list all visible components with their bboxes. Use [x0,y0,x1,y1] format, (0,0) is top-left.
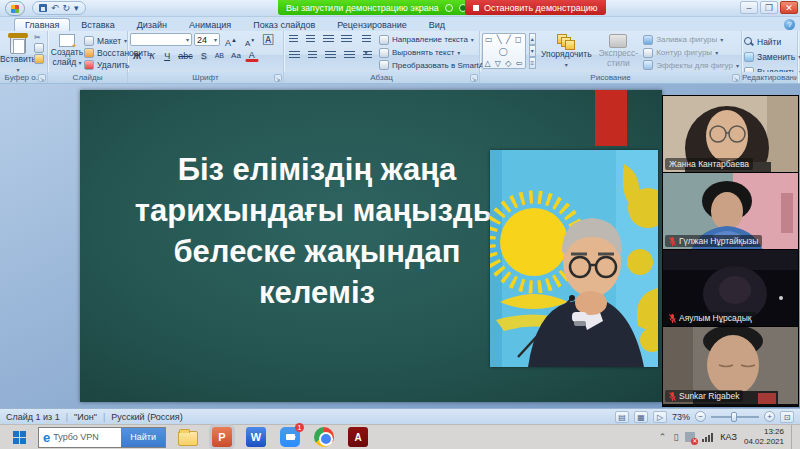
clipboard-dialog-launcher[interactable]: ↘ [38,74,46,82]
shape-fill-button[interactable]: Заливка фигуры▾ [643,34,739,46]
tab-insert[interactable]: Вставка [70,18,125,31]
arrange-button[interactable]: Упорядочить ▾ [539,33,594,71]
shapes-gallery-scroll[interactable]: ▴▾≡ [529,33,536,69]
tray-expand-icon[interactable]: ⌃ [659,432,667,442]
font-color-button[interactable]: А [245,48,259,62]
zoom-app-icon[interactable]: 1 [280,427,300,447]
help-icon[interactable]: ? [784,19,795,30]
ribbon: Вставить▾ ✂ Буфер о... ↘ Создать слайд ▾… [0,31,800,84]
muted-mic-icon [669,392,676,401]
search-input[interactable]: Турбо VPN [53,432,121,442]
shape-effects-icon [643,60,653,70]
align-center-button[interactable] [305,49,320,62]
signal-strength-icon[interactable] [702,433,713,442]
shape-outline-button[interactable]: Контур фигуры▾ [643,47,739,59]
fit-to-window-button[interactable]: ⊡ [780,411,794,423]
show-desktop-button[interactable] [791,425,796,449]
clock[interactable]: 13:26 04.02.2021 [744,427,784,447]
copy-icon[interactable] [34,43,44,53]
keyboard-language[interactable]: КАЗ [720,432,737,442]
network-error-icon[interactable] [685,432,695,442]
start-button[interactable] [0,425,38,449]
stop-share-button[interactable]: Остановить демонстрацию [465,0,606,15]
shrink-font-button[interactable]: А▼ [242,33,258,46]
decrease-indent-button[interactable] [320,33,337,46]
slideshow-view-button[interactable]: ▷ [653,411,667,423]
text-shadow-button[interactable]: S [197,49,211,62]
participant-name-tag: Аяулым Нұрсадық [665,312,756,324]
office-button[interactable] [5,1,25,16]
justify-button[interactable] [341,49,358,62]
tab-home[interactable]: Главная [14,18,70,31]
tab-animation[interactable]: Анимация [178,18,242,31]
qat-customize-icon[interactable]: ▾ [74,2,79,14]
convert-smartart-button[interactable]: Преобразовать в SmartArt▾ [379,59,495,71]
participant-video[interactable]: Гүлжан Нұртайқызы [663,173,798,250]
zoom-slider[interactable] [711,411,759,423]
clear-formatting-button[interactable]: 🄰 [260,33,276,46]
word-icon[interactable]: W [246,427,266,447]
slide-sorter-view-button[interactable]: ▦ [634,411,648,423]
president-photo[interactable] [490,150,658,367]
columns-button[interactable] [360,49,375,62]
tab-view[interactable]: Вид [418,18,456,31]
tab-slideshow[interactable]: Показ слайдов [242,18,326,31]
italic-button[interactable]: К [145,49,159,62]
line-spacing-button[interactable]: ▾ [357,33,375,46]
slide-canvas[interactable]: Біз еліміздің жаңа тарихындағы маңызды б… [80,90,662,402]
grow-font-button[interactable]: А▲ [222,33,240,46]
undo-icon[interactable]: ↶ [51,2,59,14]
redo-icon[interactable]: ↻ [63,2,71,14]
minimize-button[interactable]: – [740,1,758,14]
align-left-button[interactable] [286,49,303,62]
underline-button[interactable]: Ч [160,49,174,62]
taskbar-search[interactable]: e Турбо VPN Найти [38,427,166,448]
tray-device-icon[interactable]: ▯ [673,432,678,442]
delete-icon [84,60,94,70]
increase-indent-button[interactable] [338,33,355,46]
font-size-combobox[interactable]: 24▾ [194,33,220,46]
shape-effects-button[interactable]: Эффекты для фигур▾ [643,59,739,71]
numbering-button[interactable] [303,33,318,46]
chrome-icon[interactable] [314,427,334,447]
tab-design[interactable]: Дизайн [126,18,178,31]
zoom-in-button[interactable]: + [764,411,775,422]
shapes-gallery[interactable]: ▭ ╲ ╱ ◻ ◯ △ ▽ ◇ ⇦ ⇨ ☆ ◠ ◡ { } [482,33,526,69]
zoom-slider-thumb[interactable] [731,412,737,422]
participant-video[interactable]: Sunkar Rigabek [663,327,798,404]
find-button[interactable]: Найти [744,35,795,48]
align-text-button[interactable]: Выровнять текст▾ [379,47,495,59]
drawing-dialog-launcher[interactable]: ↘ [732,74,740,82]
participant-name: Аяулым Нұрсадық [679,313,752,323]
quick-styles-button[interactable]: Экспресс-стили [597,33,641,71]
normal-view-button[interactable]: ▤ [615,411,629,423]
new-slide-button[interactable]: Создать слайд ▾ [50,33,84,71]
participant-video[interactable]: Аяулым Нұрсадық [663,250,798,327]
align-right-button[interactable] [322,49,339,62]
bullets-button[interactable] [286,33,301,46]
file-explorer-icon[interactable] [178,431,198,446]
slide-title-text[interactable]: Біз еліміздің жаңа тарихындағы маңызды б… [126,150,508,314]
language-indicator[interactable]: Русский (Россия) [111,412,182,422]
font-name-combobox[interactable]: ▾ [130,33,192,46]
close-button[interactable]: ✕ [780,1,798,14]
paragraph-dialog-launcher[interactable]: ↘ [470,74,478,82]
restore-button[interactable]: ❐ [760,1,778,14]
strikethrough-button[interactable]: abc [175,49,196,62]
adobe-acrobat-icon[interactable]: A [348,427,368,447]
cut-icon[interactable]: ✂ [34,33,44,42]
search-find-button[interactable]: Найти [121,427,165,448]
tab-review[interactable]: Рецензирование [326,18,418,31]
font-dialog-launcher[interactable]: ↘ [274,74,282,82]
save-icon[interactable] [39,4,47,12]
powerpoint-icon[interactable]: P [212,427,232,447]
character-spacing-button[interactable]: АВ [212,49,227,62]
zoom-out-button[interactable]: − [695,411,706,422]
paste-button[interactable]: Вставить▾ [2,33,34,76]
replace-button[interactable]: Заменить▾ [744,50,795,63]
bold-button[interactable]: Ж [130,49,144,62]
change-case-button[interactable]: Аа [228,49,244,62]
text-direction-button[interactable]: Направление текста▾ [379,34,495,46]
format-painter-icon[interactable] [34,54,44,64]
participant-video[interactable]: Жанна Кантарбаева [663,96,798,173]
